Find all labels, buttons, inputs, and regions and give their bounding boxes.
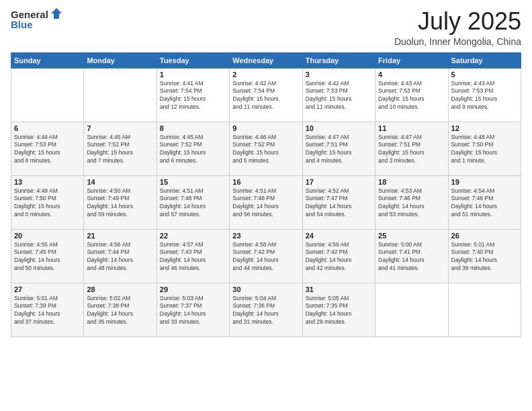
calendar-cell: 18Sunrise: 4:53 AM Sunset: 7:46 PM Dayli… <box>375 175 448 229</box>
day-info: Sunrise: 5:00 AM Sunset: 7:41 PM Dayligh… <box>378 241 445 273</box>
day-number: 29 <box>160 285 226 293</box>
calendar-cell: 12Sunrise: 4:48 AM Sunset: 7:50 PM Dayli… <box>448 122 521 175</box>
day-info: Sunrise: 5:01 AM Sunset: 7:40 PM Dayligh… <box>451 241 518 273</box>
day-number: 12 <box>451 124 518 132</box>
day-info: Sunrise: 4:57 AM Sunset: 7:43 PM Dayligh… <box>160 241 226 273</box>
day-info: Sunrise: 5:02 AM Sunset: 7:38 PM Dayligh… <box>87 295 153 327</box>
calendar-cell <box>11 68 84 122</box>
day-info: Sunrise: 4:58 AM Sunset: 7:42 PM Dayligh… <box>232 241 299 273</box>
calendar-cell: 26Sunrise: 5:01 AM Sunset: 7:40 PM Dayli… <box>448 229 521 283</box>
calendar-cell: 6Sunrise: 4:44 AM Sunset: 7:53 PM Daylig… <box>11 122 84 175</box>
day-info: Sunrise: 4:48 AM Sunset: 7:50 PM Dayligh… <box>451 134 518 166</box>
day-number: 14 <box>87 178 153 186</box>
col-tuesday: Tuesday <box>157 52 229 68</box>
day-number: 17 <box>306 178 372 186</box>
col-sunday: Sunday <box>11 52 84 68</box>
col-friday: Friday <box>375 52 448 68</box>
day-info: Sunrise: 4:51 AM Sunset: 7:48 PM Dayligh… <box>160 187 226 220</box>
logo-general: General <box>11 9 48 20</box>
logo-blue: Blue <box>11 19 33 30</box>
day-number: 22 <box>160 232 226 240</box>
day-number: 18 <box>378 178 445 186</box>
calendar-cell: 19Sunrise: 4:54 AM Sunset: 7:46 PM Dayli… <box>448 175 521 229</box>
week-row-2: 6Sunrise: 4:44 AM Sunset: 7:53 PM Daylig… <box>11 122 521 175</box>
calendar-cell: 17Sunrise: 4:52 AM Sunset: 7:47 PM Dayli… <box>302 175 375 229</box>
location: Duolun, Inner Mongolia, China <box>394 36 521 47</box>
day-info: Sunrise: 4:51 AM Sunset: 7:48 PM Dayligh… <box>232 187 299 220</box>
calendar-cell: 1Sunrise: 4:41 AM Sunset: 7:54 PM Daylig… <box>157 68 229 122</box>
day-info: Sunrise: 4:53 AM Sunset: 7:46 PM Dayligh… <box>378 187 445 220</box>
calendar-cell: 14Sunrise: 4:50 AM Sunset: 7:49 PM Dayli… <box>84 175 157 229</box>
day-info: Sunrise: 5:03 AM Sunset: 7:37 PM Dayligh… <box>160 295 226 327</box>
day-number: 26 <box>451 232 518 240</box>
calendar-cell: 24Sunrise: 4:59 AM Sunset: 7:42 PM Dayli… <box>302 229 375 283</box>
calendar-cell: 3Sunrise: 4:42 AM Sunset: 7:53 PM Daylig… <box>302 68 375 122</box>
day-number: 8 <box>160 124 226 132</box>
day-info: Sunrise: 4:49 AM Sunset: 7:50 PM Dayligh… <box>14 187 81 220</box>
day-number: 21 <box>87 232 153 240</box>
day-info: Sunrise: 4:59 AM Sunset: 7:42 PM Dayligh… <box>306 241 372 273</box>
calendar-page: General Blue July 2025 Duolun, Inner Mon… <box>0 0 532 411</box>
day-info: Sunrise: 4:54 AM Sunset: 7:46 PM Dayligh… <box>451 187 518 220</box>
calendar-cell: 30Sunrise: 5:04 AM Sunset: 7:36 PM Dayli… <box>230 283 302 336</box>
week-row-3: 13Sunrise: 4:49 AM Sunset: 7:50 PM Dayli… <box>11 175 521 229</box>
calendar-cell: 27Sunrise: 5:01 AM Sunset: 7:39 PM Dayli… <box>11 283 84 336</box>
calendar-header-row: Sunday Monday Tuesday Wednesday Thursday… <box>11 52 521 68</box>
day-number: 31 <box>306 285 372 293</box>
day-info: Sunrise: 4:45 AM Sunset: 7:52 PM Dayligh… <box>160 134 226 166</box>
col-monday: Monday <box>84 52 157 68</box>
calendar-cell: 16Sunrise: 4:51 AM Sunset: 7:48 PM Dayli… <box>230 175 302 229</box>
calendar-cell: 31Sunrise: 5:05 AM Sunset: 7:35 PM Dayli… <box>302 283 375 336</box>
col-wednesday: Wednesday <box>230 52 302 68</box>
day-info: Sunrise: 4:55 AM Sunset: 7:45 PM Dayligh… <box>14 241 81 273</box>
calendar-cell: 23Sunrise: 4:58 AM Sunset: 7:42 PM Dayli… <box>230 229 302 283</box>
day-number: 16 <box>232 178 299 186</box>
calendar-cell: 20Sunrise: 4:55 AM Sunset: 7:45 PM Dayli… <box>11 229 84 283</box>
day-info: Sunrise: 5:04 AM Sunset: 7:36 PM Dayligh… <box>232 295 299 327</box>
day-number: 20 <box>14 232 81 240</box>
calendar-cell: 7Sunrise: 4:45 AM Sunset: 7:52 PM Daylig… <box>84 122 157 175</box>
day-number: 4 <box>378 71 445 79</box>
day-number: 11 <box>378 124 445 132</box>
day-number: 23 <box>232 232 299 240</box>
calendar-cell: 28Sunrise: 5:02 AM Sunset: 7:38 PM Dayli… <box>84 283 157 336</box>
calendar-cell: 2Sunrise: 4:42 AM Sunset: 7:54 PM Daylig… <box>230 68 302 122</box>
title-section: July 2025 Duolun, Inner Mongolia, China <box>394 8 521 47</box>
day-info: Sunrise: 4:43 AM Sunset: 7:53 PM Dayligh… <box>451 80 518 112</box>
calendar-cell: 29Sunrise: 5:03 AM Sunset: 7:37 PM Dayli… <box>157 283 229 336</box>
day-number: 15 <box>160 178 226 186</box>
calendar-cell: 5Sunrise: 4:43 AM Sunset: 7:53 PM Daylig… <box>448 68 521 122</box>
day-info: Sunrise: 4:52 AM Sunset: 7:47 PM Dayligh… <box>306 187 372 220</box>
header: General Blue July 2025 Duolun, Inner Mon… <box>11 8 521 47</box>
day-info: Sunrise: 4:56 AM Sunset: 7:44 PM Dayligh… <box>87 241 153 273</box>
month-title: July 2025 <box>394 8 521 35</box>
day-number: 3 <box>306 71 372 79</box>
col-saturday: Saturday <box>448 52 521 68</box>
day-number: 7 <box>87 124 153 132</box>
week-row-4: 20Sunrise: 4:55 AM Sunset: 7:45 PM Dayli… <box>11 229 521 283</box>
calendar-cell: 10Sunrise: 4:47 AM Sunset: 7:51 PM Dayli… <box>302 122 375 175</box>
calendar-cell: 4Sunrise: 4:43 AM Sunset: 7:53 PM Daylig… <box>375 68 448 122</box>
day-number: 9 <box>232 124 299 132</box>
calendar-cell: 25Sunrise: 5:00 AM Sunset: 7:41 PM Dayli… <box>375 229 448 283</box>
calendar-cell: 13Sunrise: 4:49 AM Sunset: 7:50 PM Dayli… <box>11 175 84 229</box>
day-info: Sunrise: 4:46 AM Sunset: 7:52 PM Dayligh… <box>232 134 299 166</box>
day-info: Sunrise: 4:44 AM Sunset: 7:53 PM Dayligh… <box>14 134 81 166</box>
day-info: Sunrise: 4:43 AM Sunset: 7:53 PM Dayligh… <box>378 80 445 112</box>
day-info: Sunrise: 4:42 AM Sunset: 7:54 PM Dayligh… <box>232 80 299 112</box>
day-number: 30 <box>232 285 299 293</box>
col-thursday: Thursday <box>302 52 375 68</box>
calendar-cell: 15Sunrise: 4:51 AM Sunset: 7:48 PM Dayli… <box>157 175 229 229</box>
calendar-cell <box>84 68 157 122</box>
calendar-cell: 9Sunrise: 4:46 AM Sunset: 7:52 PM Daylig… <box>230 122 302 175</box>
day-info: Sunrise: 4:47 AM Sunset: 7:51 PM Dayligh… <box>378 134 445 166</box>
calendar-cell: 11Sunrise: 4:47 AM Sunset: 7:51 PM Dayli… <box>375 122 448 175</box>
day-info: Sunrise: 4:45 AM Sunset: 7:52 PM Dayligh… <box>87 134 153 166</box>
day-number: 6 <box>14 124 81 132</box>
week-row-5: 27Sunrise: 5:01 AM Sunset: 7:39 PM Dayli… <box>11 283 521 336</box>
calendar-cell: 8Sunrise: 4:45 AM Sunset: 7:52 PM Daylig… <box>157 122 229 175</box>
logo-icon <box>50 7 63 20</box>
calendar-cell <box>448 283 521 336</box>
week-row-1: 1Sunrise: 4:41 AM Sunset: 7:54 PM Daylig… <box>11 68 521 122</box>
day-info: Sunrise: 4:47 AM Sunset: 7:51 PM Dayligh… <box>306 134 372 166</box>
